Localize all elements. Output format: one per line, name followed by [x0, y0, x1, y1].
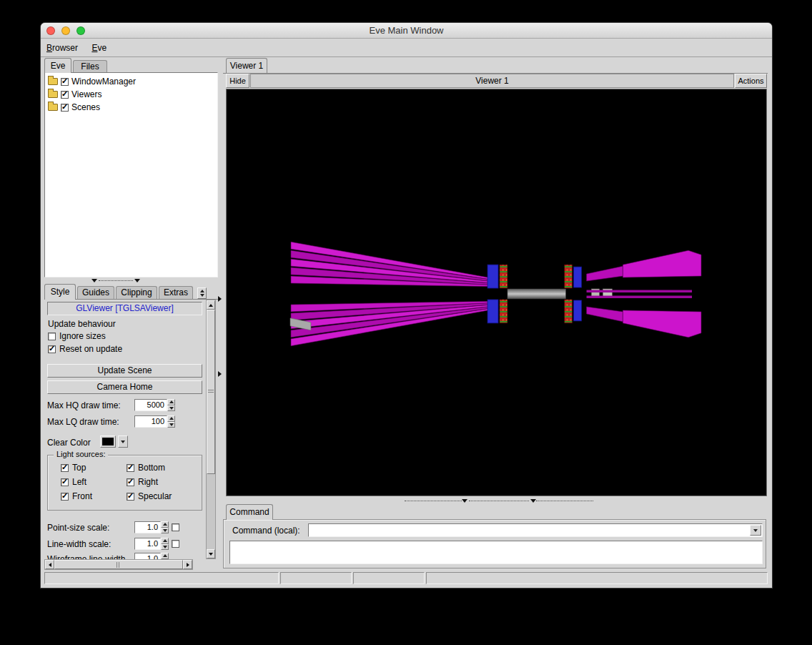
line-width-spinner — [161, 538, 169, 550]
scroll-up-button[interactable] — [207, 300, 215, 310]
max-hq-field[interactable]: 5000 — [134, 399, 167, 411]
spin-up-button[interactable] — [167, 399, 175, 405]
spin-down-button[interactable] — [167, 405, 175, 412]
light-front-label: Front — [72, 491, 92, 501]
tree-item-windowmanager[interactable]: WindowManager — [45, 75, 217, 88]
tab-extras[interactable]: Extras — [159, 286, 193, 299]
tab-files[interactable]: Files — [73, 60, 107, 72]
tree-checkbox[interactable] — [61, 104, 69, 112]
update-scene-button[interactable]: Update Scene — [47, 364, 202, 378]
light-sources-group: Light sources: Top Bottom Left Right Fro… — [47, 455, 202, 511]
wireframe-field[interactable]: 1.0 — [134, 553, 161, 559]
tree-splitter[interactable] — [44, 277, 218, 284]
tab-scroll-button[interactable] — [197, 287, 207, 299]
menu-browser[interactable]: Browser — [41, 39, 84, 56]
spin-up-button[interactable] — [167, 415, 175, 422]
tab-style[interactable]: Style — [44, 284, 76, 300]
splitter-arrow-icon[interactable] — [218, 296, 222, 302]
vscroll-thumb[interactable] — [207, 310, 215, 474]
viewer-title-bar[interactable]: Viewer 1 — [250, 74, 734, 88]
tab-clipping[interactable]: Clipping — [116, 286, 157, 299]
light-sources-title: Light sources: — [54, 450, 108, 458]
chevron-down-icon — [753, 529, 758, 532]
close-window-button[interactable] — [46, 26, 55, 35]
ignore-sizes-checkbox[interactable] — [48, 333, 56, 340]
max-hq-label: Max HQ draw time: — [47, 400, 121, 410]
scroll-right-button[interactable] — [183, 560, 192, 569]
line-width-checkbox[interactable] — [172, 540, 179, 548]
point-size-field[interactable]: 1.0 — [134, 521, 161, 533]
status-bar — [44, 572, 768, 586]
light-top-checkbox[interactable] — [61, 464, 69, 472]
glviewer-link[interactable]: GLViewer [TGLSAViewer] — [47, 302, 202, 315]
viewer-splitter[interactable] — [226, 498, 767, 504]
spin-up-icon — [163, 554, 167, 557]
titlebar[interactable]: Eve Main Window — [41, 23, 772, 39]
reset-on-update-checkbox[interactable] — [48, 345, 56, 353]
spin-down-button[interactable] — [161, 544, 169, 551]
clear-color-swatch[interactable] — [100, 435, 116, 448]
combobox-dropdown-button[interactable] — [750, 525, 761, 536]
command-local-label: Command (local): — [232, 526, 300, 536]
grip-icon — [208, 390, 214, 394]
point-size-checkbox[interactable] — [172, 523, 179, 531]
spin-up-button[interactable] — [161, 538, 169, 544]
spin-down-icon — [163, 529, 167, 532]
spin-down-icon — [169, 407, 174, 410]
tree-item-viewers[interactable]: Viewers — [45, 88, 217, 101]
tree-checkbox[interactable] — [61, 91, 69, 99]
spin-down-button[interactable] — [161, 528, 169, 534]
desktop: { "window": { "title": "Eve Main Window"… — [0, 0, 812, 645]
actions-button[interactable]: Actions — [735, 74, 767, 88]
command-combobox[interactable] — [308, 523, 763, 537]
line-width-field[interactable]: 1.0 — [134, 538, 161, 550]
point-size-spinner — [161, 521, 169, 533]
spin-down-button[interactable] — [167, 422, 175, 428]
tab-eve[interactable]: Eve — [44, 58, 71, 73]
tab-guides[interactable]: Guides — [77, 286, 114, 299]
light-bottom-checkbox[interactable] — [127, 464, 134, 472]
tab-command[interactable]: Command — [226, 504, 273, 520]
max-hq-spinner — [167, 399, 175, 411]
gl-viewport[interactable] — [226, 89, 767, 496]
spin-up-button[interactable] — [161, 521, 169, 528]
spin-up-icon — [163, 523, 167, 526]
command-output-area[interactable] — [229, 541, 763, 564]
wireframe-label: Wireframe line-width — [47, 554, 125, 559]
splitter-arrow-icon[interactable] — [530, 499, 536, 503]
panel-splitter[interactable] — [218, 58, 223, 570]
light-specular-checkbox[interactable] — [127, 493, 134, 501]
tree-item-scenes[interactable]: Scenes — [45, 101, 217, 114]
zoom-window-button[interactable] — [76, 26, 85, 35]
folder-icon — [48, 78, 58, 85]
splitter-arrow-icon[interactable] — [462, 499, 467, 503]
light-right-checkbox[interactable] — [127, 478, 134, 486]
light-front-checkbox[interactable] — [61, 493, 69, 501]
splitter-arrow-icon[interactable] — [218, 371, 222, 377]
tree-checkbox[interactable] — [61, 78, 69, 86]
menu-eve[interactable]: Eve — [86, 39, 112, 56]
tab-scroll-up-icon — [200, 290, 204, 292]
style-vscrollbar[interactable] — [206, 300, 216, 559]
light-specular-row: Specular — [127, 491, 172, 501]
hscroll-thumb[interactable] — [54, 560, 183, 569]
scroll-down-button[interactable] — [207, 549, 215, 558]
light-left-checkbox[interactable] — [61, 478, 69, 486]
splitter-dots — [536, 501, 593, 501]
spin-up-icon — [169, 417, 174, 420]
light-specular-label: Specular — [138, 491, 172, 501]
clear-color-label: Clear Color — [47, 438, 91, 448]
hide-button[interactable]: Hide — [226, 74, 249, 88]
minimize-window-button[interactable] — [61, 26, 70, 35]
tree-item-label: Viewers — [71, 89, 102, 99]
tab-viewer-1[interactable]: Viewer 1 — [226, 58, 267, 73]
scroll-left-button[interactable] — [45, 560, 54, 569]
style-panel: GLViewer [TGLSAViewer] Update behaviour … — [41, 300, 206, 559]
camera-home-button[interactable]: Camera Home — [47, 380, 202, 394]
clear-color-dropdown-button[interactable] — [118, 435, 128, 448]
style-hscrollbar[interactable] — [44, 559, 193, 570]
splitter-arrow-icon[interactable] — [134, 279, 140, 282]
max-lq-field[interactable]: 100 — [134, 415, 167, 428]
spin-up-button[interactable] — [161, 553, 169, 559]
splitter-arrow-icon[interactable] — [91, 279, 97, 282]
